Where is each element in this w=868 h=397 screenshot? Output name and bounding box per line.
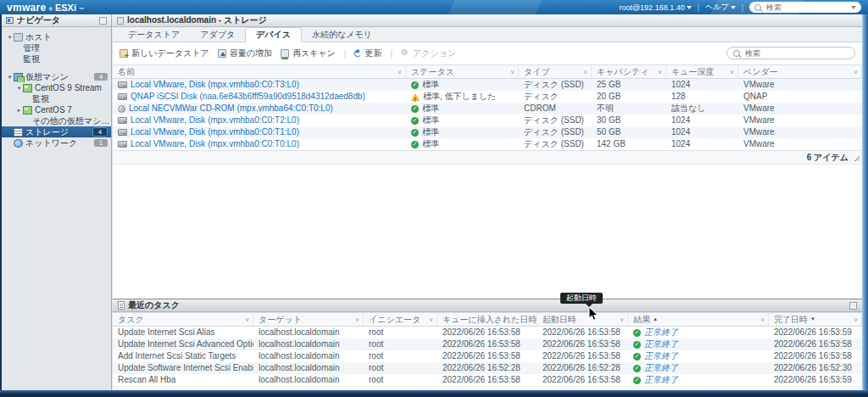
- device-col-name[interactable]: 名前∨: [113, 65, 406, 78]
- column-menu-icon[interactable]: ∨: [658, 65, 662, 78]
- task-col-target[interactable]: ターゲット∨: [253, 313, 364, 326]
- sidebar-item-label: 監視: [32, 93, 49, 104]
- device-row[interactable]: Local NECVMWar CD-ROM (mpx.vmhba64:C0:T0…: [113, 103, 862, 115]
- task-col-queued[interactable]: キューに挿入された日時∨: [437, 313, 537, 326]
- device-col-vendor[interactable]: ベンダー∨: [738, 65, 862, 78]
- task-result-link[interactable]: 正常終了: [644, 350, 678, 362]
- rescan-button[interactable]: 再スキャン: [281, 48, 336, 59]
- column-menu-icon[interactable]: ∨: [245, 313, 249, 326]
- sidebar-item-host[interactable]: ▾ホスト: [2, 31, 111, 42]
- column-menu-icon[interactable]: ∨: [620, 313, 624, 326]
- task-col-result[interactable]: 結果▲∨: [628, 313, 769, 326]
- task-row[interactable]: Update Internet Scsi Aliaslocalhost.loca…: [113, 327, 862, 338]
- sidebar-item-centos-7[interactable]: ▸CentOS 7: [2, 104, 111, 115]
- column-menu-icon[interactable]: ∨: [429, 313, 433, 326]
- column-menu-icon[interactable]: ∨: [730, 65, 734, 78]
- device-col-type[interactable]: タイプ∨: [519, 65, 592, 78]
- device-row[interactable]: Local VMware, Disk (mpx.vmhba0:C0:T0:L0)…: [113, 138, 862, 150]
- sort-asc-icon: ▲: [653, 313, 658, 326]
- sidebar-item-storage[interactable]: ストレージ4: [2, 126, 111, 137]
- device-col-capacity[interactable]: キャパシティ∨: [592, 65, 666, 78]
- device-name-link[interactable]: QNAP iSCSI Disk (naa.6e843b6fff59a90d951…: [131, 91, 365, 103]
- chevron-down-icon[interactable]: [851, 6, 856, 9]
- column-menu-icon[interactable]: ∨: [583, 65, 587, 78]
- column-label: ステータス: [411, 65, 454, 78]
- task-row[interactable]: Update Internet Scsi Advanced Optionsloc…: [113, 338, 862, 350]
- global-search-input[interactable]: [765, 3, 846, 13]
- device-row[interactable]: QNAP iSCSI Disk (naa.6e843b6fff59a90d951…: [113, 91, 862, 103]
- device-name-link[interactable]: Local NECVMWar CD-ROM (mpx.vmhba64:C0:T0…: [129, 103, 333, 115]
- collapse-panel-icon[interactable]: [849, 302, 857, 310]
- device-row[interactable]: Local VMware, Disk (mpx.vmhba0:C0:T3:L0)…: [113, 79, 862, 91]
- sidebar-item-virtual-machines[interactable]: ▾仮想マシン4: [2, 71, 111, 82]
- device-cell-name: Local VMware, Disk (mpx.vmhba0:C0:T0:L0): [113, 138, 406, 150]
- help-menu[interactable]: ヘルプ: [705, 2, 736, 13]
- twisty-icon[interactable]: ▸: [15, 107, 23, 114]
- actions-button[interactable]: アクション: [401, 48, 456, 59]
- column-menu-icon[interactable]: ∨: [854, 313, 858, 326]
- increase-capacity-button[interactable]: 容量の増加: [218, 48, 272, 59]
- sidebar-item-manage[interactable]: 管理: [2, 42, 111, 53]
- task-row[interactable]: Rescan All Hbalocalhost.localdomainroot2…: [113, 374, 862, 386]
- task-result-link[interactable]: 正常終了: [644, 374, 678, 386]
- column-menu-icon[interactable]: ∨: [760, 313, 765, 326]
- task-col-task[interactable]: タスク∨: [113, 313, 253, 326]
- device-col-queue-depth[interactable]: キュー深度∨: [666, 65, 738, 78]
- device-cell-type: ディスク (SSD): [519, 79, 592, 91]
- task-result-link[interactable]: 正常終了: [644, 362, 678, 374]
- page-title: localhost.localdomain - ストレージ: [127, 14, 267, 26]
- sidebar-item-centos-9-stream[interactable]: ▾CentOS 9 Stream: [2, 82, 111, 93]
- device-row[interactable]: Local VMware, Disk (mpx.vmhba0:C0:T1:L0)…: [113, 126, 862, 138]
- task-cell-initiator: root: [364, 350, 437, 362]
- sidebar-item-monitor[interactable]: 監視: [2, 53, 111, 64]
- device-cell-name: Local VMware, Disk (mpx.vmhba0:C0:T2:L0): [113, 115, 406, 126]
- task-col-started[interactable]: 起動日時∨: [537, 313, 628, 326]
- tab-datastores[interactable]: データストア: [118, 28, 190, 42]
- column-menu-icon[interactable]: ∨: [398, 65, 402, 78]
- column-label: タイプ: [524, 65, 550, 78]
- sidebar-item-centos-9-monitor[interactable]: 監視: [2, 93, 111, 104]
- device-name-link[interactable]: Local VMware, Disk (mpx.vmhba0:C0:T1:L0): [131, 126, 299, 138]
- column-label: 結果: [633, 313, 650, 326]
- sidebar-item-label: ネットワーク: [25, 137, 77, 148]
- task-result-link[interactable]: 正常終了: [644, 327, 678, 338]
- user-menu[interactable]: root@192.168.1.40: [619, 3, 691, 12]
- sidebar-item-other-vms[interactable]: その他の仮想マシン...: [2, 115, 111, 126]
- column-menu-icon[interactable]: ∨: [355, 313, 359, 326]
- twisty-icon[interactable]: ▾: [15, 85, 23, 92]
- sidebar-item-networking[interactable]: ネットワーク1: [2, 137, 111, 148]
- new-datastore-button[interactable]: 新しいデータストア: [120, 48, 209, 59]
- disk-icon: [118, 81, 127, 88]
- task-col-initiator[interactable]: イニシエータ∨: [364, 313, 437, 326]
- device-cell-queue_depth: 該当なし: [666, 103, 738, 115]
- host-icon: [14, 33, 23, 42]
- refresh-button[interactable]: 更新: [354, 48, 381, 59]
- twisty-icon[interactable]: ▾: [6, 34, 14, 41]
- tab-devices[interactable]: デバイス: [245, 27, 302, 42]
- task-cell-task: Update Internet Scsi Advanced Options: [113, 338, 253, 350]
- device-row[interactable]: Local VMware, Disk (mpx.vmhba0:C0:T2:L0)…: [113, 115, 862, 126]
- device-name-link[interactable]: Local VMware, Disk (mpx.vmhba0:C0:T2:L0): [131, 115, 299, 126]
- task-cell-target: localhost.localdomain: [253, 374, 364, 386]
- collapse-panel-icon[interactable]: [99, 17, 107, 25]
- task-row[interactable]: Add Internet Scsi Static Targetslocalhos…: [113, 350, 862, 362]
- tab-persistent-memory[interactable]: 永続的なメモリ: [302, 28, 382, 42]
- device-name-link[interactable]: Local VMware, Disk (mpx.vmhba0:C0:T0:L0): [131, 138, 299, 150]
- tab-adapters[interactable]: アダプタ: [190, 28, 245, 42]
- twisty-icon[interactable]: ▾: [6, 74, 14, 81]
- column-menu-icon[interactable]: ∨: [510, 65, 515, 78]
- task-col-completed[interactable]: 完了日時▼∨: [769, 313, 862, 326]
- device-cell-type: ディスク (SSD): [519, 126, 592, 138]
- vm-icon: [14, 73, 23, 81]
- device-cell-vendor: VMware: [738, 115, 862, 126]
- resize-grip-icon[interactable]: [854, 155, 860, 161]
- table-search-input[interactable]: [743, 48, 849, 59]
- button-label: 容量の増加: [230, 48, 272, 59]
- column-menu-icon[interactable]: ∨: [854, 65, 858, 78]
- task-row[interactable]: Update Software Internet Scsi Enabledloc…: [113, 362, 862, 374]
- window-frame-bottom: [0, 390, 868, 397]
- device-col-status[interactable]: ステータス∨: [406, 65, 519, 78]
- tasks-table: Update Internet Scsi Aliaslocalhost.loca…: [113, 327, 862, 386]
- task-result-link[interactable]: 正常終了: [644, 338, 678, 350]
- device-name-link[interactable]: Local VMware, Disk (mpx.vmhba0:C0:T3:L0): [131, 79, 299, 91]
